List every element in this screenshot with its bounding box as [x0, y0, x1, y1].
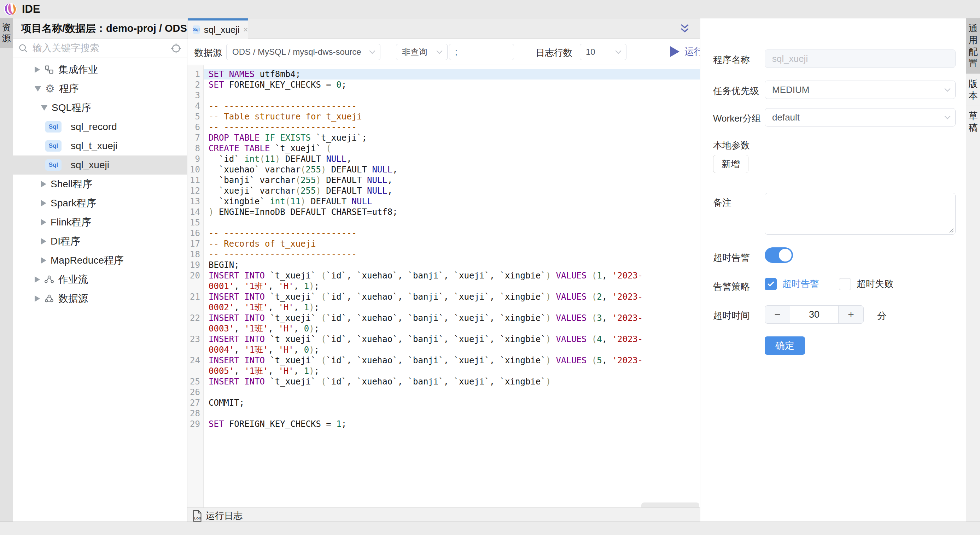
code-editor[interactable]: 1SET NAMES utf8mb4;2SET FOREIGN_KEY_CHEC…: [188, 65, 700, 508]
program-name-input[interactable]: [765, 49, 956, 68]
line-number: 19: [188, 260, 204, 270]
chevron-down-icon: [616, 48, 622, 54]
panel-tab-drafts[interactable]: 草稿: [966, 106, 980, 138]
log-lines-select[interactable]: 10: [580, 44, 627, 60]
tree-item-label: sql_xueji: [71, 159, 109, 171]
worker-group-select[interactable]: default: [765, 108, 956, 127]
alarm-option-timeout-fail[interactable]: 超时失败: [839, 278, 893, 290]
search-input[interactable]: [32, 43, 171, 54]
alarm-option-timeout-alarm[interactable]: 超时告警: [765, 278, 819, 290]
run-log-label: 运行日志: [206, 510, 242, 522]
chevron-collapsed-icon[interactable]: [35, 67, 40, 73]
app-logo-icon: [3, 3, 17, 16]
panel-tab-general-config[interactable]: 通用配置: [966, 18, 980, 74]
stepper-value[interactable]: 30: [790, 306, 838, 323]
line-number: 2: [188, 79, 204, 90]
tree-item-label: 程序: [59, 82, 79, 95]
line-number: 11: [188, 175, 204, 186]
code-line-21: 21INSERT INTO `t_xueji` (`id`, `xuehao`,…: [188, 292, 700, 313]
tree-item-label: SQL程序: [52, 101, 91, 114]
editor-tab-bar: Sql sql_xueji ×: [188, 18, 700, 39]
chevron-expanded-icon[interactable]: [41, 105, 48, 111]
query-mode-select[interactable]: 非查询: [396, 44, 447, 60]
worker-group-label: Worker分组: [713, 113, 761, 125]
timeout-stepper: − 30 +: [765, 305, 864, 324]
resize-handle-icon[interactable]: [948, 227, 954, 233]
sql-icon: Sql: [45, 140, 67, 152]
code-line-1: 1SET NAMES utf8mb4;: [188, 69, 700, 79]
tree-item-label: MapReduce程序: [51, 254, 124, 267]
chevron-collapsed-icon[interactable]: [35, 276, 40, 283]
collapse-double-chevron-icon[interactable]: [679, 22, 691, 36]
datasource-select[interactable]: ODS / MySQL / mysql-dws-source: [226, 44, 380, 60]
tree-item-sql_xueji[interactable]: Sqlsql_xueji: [13, 156, 187, 175]
chevron-collapsed-icon[interactable]: [35, 295, 40, 302]
tree-item-spark-programs[interactable]: Spark程序: [13, 194, 187, 213]
confirm-button[interactable]: 确定: [765, 337, 805, 355]
local-params-label: 本地参数: [713, 139, 750, 152]
chevron-collapsed-icon[interactable]: [41, 200, 46, 206]
checkbox-checked-icon[interactable]: [765, 278, 777, 290]
log-file-icon: LOG: [192, 510, 202, 522]
tree-item-sql-programs[interactable]: SQL程序: [13, 98, 187, 117]
tree-item-sql_t_xueji[interactable]: Sqlsql_t_xueji: [13, 137, 187, 156]
chevron-collapsed-icon[interactable]: [41, 257, 46, 264]
timeout-alarm-toggle[interactable]: [765, 248, 793, 263]
tree-item-label: sql_t_xueji: [71, 140, 118, 152]
code-line-17: 17-- Records of t_xueji: [188, 238, 700, 249]
code-line-2: 2SET FOREIGN_KEY_CHECKS = 0;: [188, 79, 700, 90]
tree-item-workflows[interactable]: 作业流: [13, 270, 187, 289]
delimiter-input[interactable]: [449, 44, 514, 60]
line-number: 5: [188, 111, 204, 122]
chevron-collapsed-icon[interactable]: [41, 181, 46, 187]
alarm-option-label: 超时告警: [783, 278, 819, 290]
remark-textarea[interactable]: [765, 193, 955, 234]
panel-tab-versions[interactable]: 版本: [966, 74, 980, 106]
editor-pane: Sql sql_xueji × 数据源 ODS / MySQL / mysql-…: [188, 18, 700, 522]
window-bottom-strip: [0, 522, 980, 535]
checkbox-unchecked-icon[interactable]: [839, 278, 851, 290]
datasource-icon: [44, 294, 54, 303]
sql-badge-icon: Sql: [193, 25, 200, 34]
tree-item-datasources[interactable]: 数据源: [13, 289, 187, 308]
tree-item-label: Spark程序: [51, 197, 96, 210]
search-icon: [18, 43, 28, 53]
run-button[interactable]: 运行: [670, 45, 700, 58]
editor-tab-sql_xueji[interactable]: Sql sql_xueji ×: [188, 18, 248, 39]
add-param-button[interactable]: 新增: [713, 155, 748, 173]
line-number: 25: [188, 376, 204, 387]
line-number: 23: [188, 334, 204, 355]
chevron-collapsed-icon[interactable]: [41, 219, 46, 225]
line-number: 14: [188, 207, 204, 217]
line-number: 10: [188, 164, 204, 175]
line-number: 6: [188, 122, 204, 132]
scrollbar-corner[interactable]: [641, 503, 699, 508]
tree-item-sql_record[interactable]: Sqlsql_record: [13, 117, 187, 137]
tab-resources[interactable]: 资源: [0, 18, 13, 48]
tree-item-mapreduce-programs[interactable]: MapReduce程序: [13, 251, 187, 270]
chevron-down-icon: [437, 48, 442, 54]
code-line-13: 13 `xingbie` int(11) DEFAULT NULL: [188, 196, 700, 207]
line-number: 26: [188, 387, 204, 397]
tree-item-shell-programs[interactable]: Shell程序: [13, 175, 187, 194]
stepper-minus-button[interactable]: −: [765, 306, 790, 323]
tree-item-integration-jobs[interactable]: 集成作业: [13, 60, 187, 79]
remark-label: 备注: [713, 197, 732, 209]
line-number: 24: [188, 355, 204, 376]
code-line-7: 7DROP TABLE IF EXISTS `t_xueji`;: [188, 132, 700, 143]
chevron-collapsed-icon[interactable]: [41, 238, 46, 244]
tab-close-icon[interactable]: ×: [243, 25, 248, 35]
code-line-5: 5-- Table structure for t_xueji: [188, 111, 700, 122]
line-number: 16: [188, 228, 204, 238]
sidebar: 项目名称/数据层：demo-proj / ODS 集成作业⚙程序SQL程序Sql…: [13, 18, 188, 522]
chevron-expanded-icon[interactable]: [35, 86, 41, 92]
tree-item-flink-programs[interactable]: Flink程序: [13, 213, 187, 232]
tree-item-programs[interactable]: ⚙程序: [13, 79, 187, 98]
code-line-3: 3: [188, 90, 700, 101]
stepper-plus-button[interactable]: +: [838, 306, 863, 323]
priority-select[interactable]: MEDIUM: [765, 81, 956, 99]
app-title: IDE: [22, 3, 40, 16]
locate-icon[interactable]: [171, 43, 181, 54]
chevron-down-icon: [945, 113, 951, 119]
tree-item-di-programs[interactable]: DI程序: [13, 232, 187, 251]
